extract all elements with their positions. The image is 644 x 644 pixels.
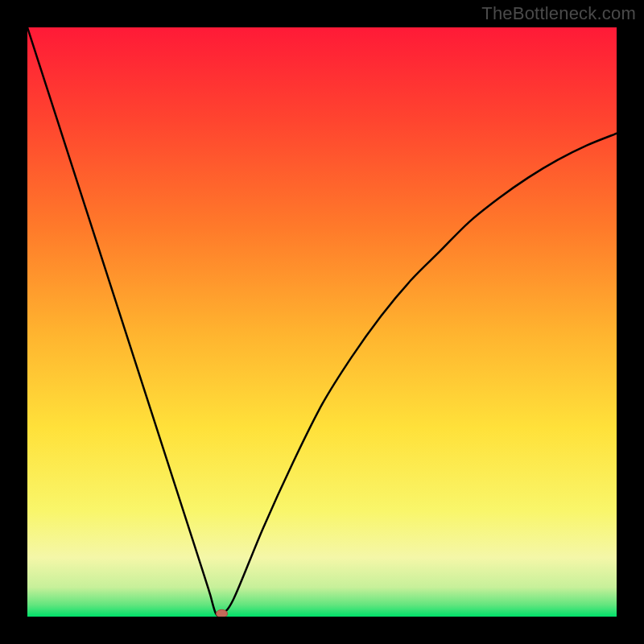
optimum-marker: [217, 609, 228, 617]
chart-frame: TheBottleneck.com: [0, 0, 644, 644]
chart-svg: [27, 27, 617, 617]
plot-area: [27, 27, 617, 617]
watermark-text: TheBottleneck.com: [481, 3, 636, 24]
gradient-background: [27, 27, 617, 617]
